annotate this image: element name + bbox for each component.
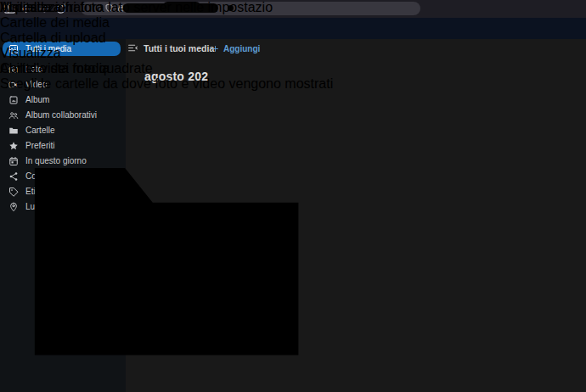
photo-thumbnail[interactable]: [401, 363, 482, 392]
photo-thumbnail[interactable]: [571, 163, 586, 228]
settings-nav-cartella-di-upload[interactable]: Cartella di upload: [0, 31, 333, 46]
media-folders-description: Scegli le cartelle da dove foto e video …: [0, 76, 333, 92]
photo-thumbnail[interactable]: [571, 72, 586, 160]
settings-nav-label: Cartella di upload: [0, 31, 106, 45]
section-heading-visualizza: Visualizza: [0, 46, 333, 61]
tooltip-text: Abilita la cifratura lato server nelle i…: [0, 0, 273, 14]
settings-nav-label: Cartelle dei media: [0, 15, 110, 30]
folder-icon: [0, 92, 333, 392]
photo-settings-panel: Impostazioni foto Visualizza Cartelle de…: [0, 0, 333, 392]
photo-thumbnail[interactable]: [571, 309, 586, 392]
photo-thumbnail[interactable]: [571, 232, 586, 305]
photo-thumbnail[interactable]: [485, 363, 566, 392]
server-encryption-tooltip: Abilita la cifratura lato server nelle i…: [0, 0, 273, 15]
media-folder-row: Photos: [0, 92, 333, 392]
toggle-label: Abilita vista foto quadrate: [0, 61, 153, 76]
settings-nav-cartelle-dei-media[interactable]: Cartelle dei media: [0, 15, 333, 31]
square-photos-toggle-row: Abilita vista foto quadrate: [0, 61, 153, 76]
